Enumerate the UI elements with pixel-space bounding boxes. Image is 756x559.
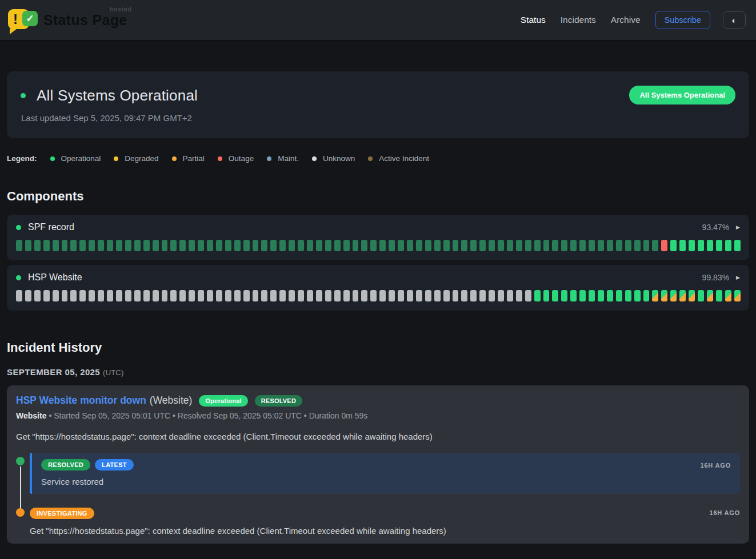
uptime-bar-no-data <box>498 290 504 301</box>
uptime-bar-no-data <box>434 290 441 301</box>
uptime-bar-no-data <box>16 290 22 301</box>
legend-item-active-incident: Active Incident <box>368 154 429 163</box>
uptime-bar-operational-dim <box>370 240 377 251</box>
legend-item-unknown: Unknown <box>312 154 355 163</box>
uptime-bars <box>16 290 740 301</box>
uptime-bar-no-data <box>89 290 95 301</box>
nav-status[interactable]: Status <box>521 15 546 25</box>
uptime-bar-no-data <box>461 290 467 301</box>
uptime-bar-operational-dim <box>570 240 577 251</box>
uptime-bar-operational-dim <box>561 240 567 251</box>
component-status-dot <box>16 275 21 280</box>
uptime-bar-operational-dim <box>298 240 304 251</box>
uptime-bar-operational-dim <box>398 240 404 251</box>
uptime-bar-operational <box>698 290 704 301</box>
uptime-bar-operational-dim <box>434 240 441 251</box>
uptime-bar-no-data <box>316 290 322 301</box>
subscribe-button[interactable]: Subscribe <box>655 11 710 29</box>
uptime-bar-operational <box>734 240 741 251</box>
uptime-bar-operational-dim <box>225 240 231 251</box>
uptime-bar-operational-dim <box>389 240 395 251</box>
component-header[interactable]: SPF record93.47%▶ <box>16 222 740 232</box>
brand-superscript: hosted <box>110 6 131 13</box>
uptime-bar-no-data <box>225 290 231 301</box>
uptime-bar-operational <box>643 290 650 301</box>
component-header[interactable]: HSP Website99.83%▶ <box>16 272 740 283</box>
expand-arrow-icon[interactable]: ▶ <box>736 224 740 230</box>
uptime-bar-no-data <box>289 290 295 301</box>
update-message: Service restored <box>41 477 731 486</box>
uptime-bar-no-data <box>243 290 250 301</box>
uptime-bar-no-data <box>416 290 422 301</box>
uptime-bar-operational-dim <box>353 240 359 251</box>
uptime-bar-no-data <box>207 290 213 301</box>
latest-update-panel: RESOLVED LATEST 16H AGO Service restored <box>30 453 740 494</box>
uptime-bar-no-data <box>479 290 486 301</box>
uptime-bar-operational-dim <box>625 240 631 251</box>
uptime-bar-no-data <box>453 290 459 301</box>
timeline-update-latest: RESOLVED LATEST 16H AGO Service restored <box>16 453 740 494</box>
brand-name: Status Page hosted <box>43 12 127 29</box>
uptime-bar-no-data <box>43 290 50 301</box>
theme-contrast-icon: ◐ <box>731 15 737 25</box>
expand-arrow-icon[interactable]: ▶ <box>736 275 740 280</box>
nav-archive[interactable]: Archive <box>611 15 641 25</box>
theme-toggle-button[interactable]: ◐ <box>723 11 746 29</box>
uptime-bar-no-data <box>334 290 341 301</box>
uptime-bar-no-data <box>425 290 431 301</box>
uptime-bar-no-data <box>153 290 159 301</box>
uptime-bar-operational-dim <box>198 240 204 251</box>
top-bar: ! ✓ Status Page hosted StatusIncidentsAr… <box>0 0 756 41</box>
uptime-bar-no-data <box>370 290 377 301</box>
overall-status-badge: All Systems Operational <box>629 86 735 104</box>
incident-component-suffix: (Website) <box>150 395 193 407</box>
uptime-bar-no-data <box>216 290 222 301</box>
uptime-bar-operational-dim <box>325 240 331 251</box>
uptime-bar-no-data <box>361 290 367 301</box>
uptime-bar-no-data <box>389 290 395 301</box>
uptime-bar-no-data <box>325 290 331 301</box>
incident-meta: Website• Started Sep 05, 2025 05:01 UTC … <box>16 411 740 420</box>
brand-logo[interactable]: ! ✓ Status Page hosted <box>8 7 127 33</box>
uptime-bar-operational-dim <box>534 240 541 251</box>
legend-item-label: Operational <box>61 154 101 163</box>
uptime-bar-no-data <box>270 290 277 301</box>
uptime-bar-no-data <box>70 290 77 301</box>
uptime-bar-operational-dim <box>53 240 59 251</box>
uptime-bar-no-data <box>134 290 141 301</box>
update-time: 16H AGO <box>701 462 731 469</box>
unknown-dot-icon <box>312 156 317 161</box>
uptime-bar-no-data <box>170 290 177 301</box>
update-status-badge: INVESTIGATING <box>30 508 94 519</box>
uptime-bar-no-data <box>62 290 68 301</box>
uptime-bar-operational-dim <box>253 240 259 251</box>
uptime-bar-operational-dim <box>379 240 386 251</box>
components-heading: Components <box>7 189 749 204</box>
uptime-bar-no-data <box>107 290 113 301</box>
uptime-bar-no-data <box>261 290 267 301</box>
overall-status-dot <box>21 93 26 98</box>
uptime-bar-operational-dim <box>79 240 86 251</box>
uptime-bar-operational-dim <box>634 240 641 251</box>
component-card: SPF record93.47%▶ <box>7 215 749 260</box>
uptime-bar-operational-dim <box>543 240 550 251</box>
uptime-bar-no-data <box>116 290 122 301</box>
uptime-bar-partial <box>661 290 667 301</box>
uptime-bar-operational-dim <box>98 240 104 251</box>
component-card: HSP Website99.83%▶ <box>7 265 749 311</box>
legend-label: Legend: <box>7 154 37 163</box>
incident-date-timezone: (UTC) <box>103 368 123 377</box>
uptime-bar-operational-dim <box>616 240 622 251</box>
uptime-bar-no-data <box>179 290 186 301</box>
uptime-bar-no-data <box>443 290 450 301</box>
uptime-bar-no-data <box>125 290 131 301</box>
legend-item-outage: Outage <box>218 154 254 163</box>
uptime-bar-operational-dim <box>25 240 31 251</box>
legend-item-label: Maint. <box>278 154 299 163</box>
uptime-bar-operational <box>552 290 558 301</box>
nav-incidents[interactable]: Incidents <box>561 15 596 25</box>
uptime-bar-partial <box>679 290 686 301</box>
uptime-bar-partial <box>725 290 731 301</box>
incident-title-link[interactable]: HSP Website monitor down <box>16 395 146 407</box>
uptime-bar-operational <box>725 240 731 251</box>
